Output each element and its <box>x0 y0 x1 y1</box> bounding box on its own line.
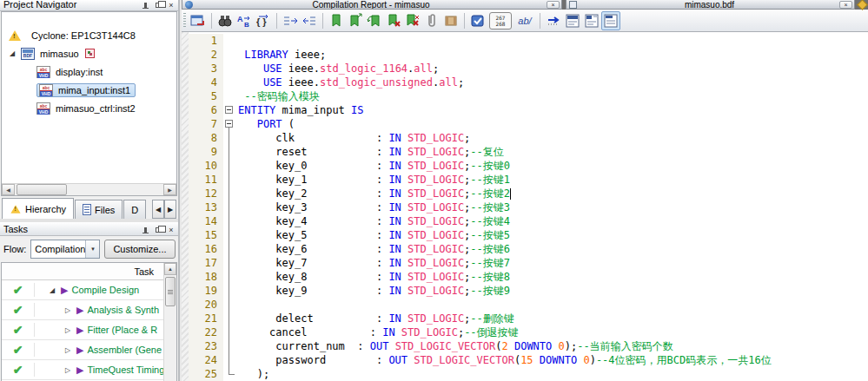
macro-icon[interactable] <box>441 11 461 30</box>
fold-marker[interactable] <box>223 103 238 117</box>
code-line[interactable]: 13 key_3 : IN STD_LOGIC;--按键3 <box>189 200 868 214</box>
float-icon[interactable] <box>153 226 163 234</box>
code-line[interactable]: 3 USE ieee.std_logic_1164.all; <box>189 62 868 76</box>
code-line[interactable]: 14 key_4 : IN STD_LOGIC;--按键4 <box>189 214 868 228</box>
code-line[interactable]: 16 key_6 : IN STD_LOGIC;--按键6 <box>189 242 868 256</box>
bookmark-toggle-icon[interactable] <box>327 11 346 30</box>
tree-row-root[interactable]: ◢ BDF mimasuo <box>2 44 176 62</box>
attach-icon[interactable] <box>422 11 441 30</box>
task-row[interactable]: ✔▷▶Analysis & Synth <box>2 300 176 320</box>
quartus-window: Project Navigator × Cyclone: EP1C3T144C8… <box>0 0 868 381</box>
code-line[interactable]: 8 clk : IN STD_LOGIC; <box>189 131 868 145</box>
bookmark-prev-icon[interactable] <box>365 11 384 30</box>
syntax-check-icon[interactable] <box>468 11 487 30</box>
line-number: 13 <box>189 200 223 214</box>
scroll-up-icon[interactable]: ▲ <box>164 263 176 275</box>
tab-files[interactable]: Files <box>75 200 123 219</box>
close-icon[interactable]: × <box>166 226 176 234</box>
task-row[interactable]: ✔▷▶Fitter (Place & R <box>2 320 176 340</box>
line-count-icon[interactable]: 267 268 <box>487 11 514 30</box>
code-line[interactable]: 25 ); <box>189 367 868 381</box>
fold-marker <box>223 214 238 228</box>
task-row[interactable]: ✔▷▶Assembler (Gene <box>2 340 176 360</box>
code-line[interactable]: 20 <box>189 298 868 312</box>
outdent-icon[interactable] <box>300 11 319 30</box>
open-in-main-window-icon[interactable] <box>189 11 208 30</box>
bookmark-delete-icon[interactable] <box>384 11 403 30</box>
code-line[interactable]: 10 key_0 : IN STD_LOGIC;--按键0 <box>189 159 868 173</box>
lowercase-icon[interactable]: ab/ <box>514 11 536 30</box>
code-line[interactable]: 9 reset : IN STD_LOGIC;--复位 <box>189 145 868 159</box>
find-icon[interactable] <box>215 11 235 30</box>
code-line[interactable]: 6ENTITY mima_input IS <box>189 103 868 117</box>
code-line[interactable]: 17 key_7 : IN STD_LOGIC;--按键7 <box>189 256 868 270</box>
code-line[interactable]: 7 PORT ( <box>189 117 868 131</box>
code-line[interactable]: 22 cancel : IN STD_LOGIC;--倒退按键 <box>189 325 868 339</box>
flow-label: Flow: <box>3 244 26 254</box>
code-line[interactable]: 21 delect : IN STD_LOGIC;--删除键 <box>189 312 868 325</box>
expand-icon[interactable]: ▷ <box>63 326 73 334</box>
match-delimiter-icon[interactable]: { } <box>254 11 273 30</box>
goto-line-icon[interactable] <box>544 11 563 30</box>
code-editor[interactable]: 12 LIBRARY ieee;3 USE ieee.std_logic_116… <box>182 32 868 381</box>
code-line[interactable]: 18 key_8 : IN STD_LOGIC;--按键8 <box>189 270 868 284</box>
close-icon[interactable]: × <box>166 1 176 10</box>
tree-horizontal-scrollbar[interactable]: ◀ ▶ <box>2 183 176 195</box>
close-icon[interactable]: × <box>839 1 852 9</box>
doc-view-2-icon[interactable] <box>582 11 601 30</box>
window-mimasuo-bdf[interactable]: mimasuo.bdf × <box>566 0 855 10</box>
float-icon[interactable] <box>153 1 163 10</box>
doc-view-1-icon[interactable] <box>563 11 582 30</box>
tabs-scroll-left-icon[interactable]: ◀ <box>152 200 164 219</box>
code-text: clk : IN STD_LOGIC; <box>238 131 470 145</box>
bookmark-next-icon[interactable] <box>346 11 365 30</box>
tree-row-device[interactable]: Cyclone: EP1C3T144C8 <box>2 26 176 44</box>
fold-marker <box>223 131 238 145</box>
customize-button[interactable]: Customize... <box>104 240 175 259</box>
fold-marker <box>223 159 238 173</box>
expand-icon[interactable]: ◢ <box>7 49 17 57</box>
pin-icon[interactable] <box>140 226 150 234</box>
window-compilation-report[interactable]: Compilation Report - mimasuo × <box>182 0 562 10</box>
code-line[interactable]: 2 LIBRARY ieee; <box>189 48 868 62</box>
expand-icon[interactable]: ▷ <box>63 346 73 354</box>
tab-hierarchy[interactable]: Hierarchy <box>2 198 74 219</box>
tabs-scroll-right-icon[interactable]: ▶ <box>164 200 176 219</box>
toolbar-grip[interactable] <box>183 13 186 29</box>
tab-design-units[interactable]: D <box>123 200 146 219</box>
code-line[interactable]: 5 --密码输入模块 <box>189 89 868 103</box>
code-line[interactable]: 19 key_9 : IN STD_LOGIC;--按键9 <box>189 284 868 298</box>
tree-row-display[interactable]: abcVHD display:inst <box>2 62 176 81</box>
instance-label: display:inst <box>53 66 105 78</box>
code-line[interactable]: 11 key_1 : IN STD_LOGIC;--按键1 <box>189 173 868 187</box>
task-table-header[interactable]: Task <box>2 263 176 280</box>
replace-icon[interactable]: AB <box>235 11 254 30</box>
expand-icon[interactable]: ▷ <box>63 366 73 374</box>
indent-icon[interactable] <box>281 11 300 30</box>
collapse-icon[interactable]: ◢ <box>47 286 57 294</box>
doc-view-3-icon[interactable] <box>601 11 620 30</box>
line-number: 14 <box>189 214 223 228</box>
code-line[interactable]: 15 key_5 : IN STD_LOGIC;--按键5 <box>189 228 868 242</box>
pin-icon[interactable] <box>140 1 150 10</box>
code-line[interactable]: 1 <box>189 34 868 48</box>
code-line[interactable]: 12 key_2 : IN STD_LOGIC;--按键2 <box>189 187 868 200</box>
scroll-left-icon[interactable]: ◀ <box>2 184 15 195</box>
check-icon: ✔ <box>13 303 23 317</box>
task-vertical-scrollbar[interactable]: ▲ <box>163 263 176 381</box>
tree-row-mima-input[interactable]: abcVHD mima_input:inst1 <box>2 81 176 99</box>
expand-icon[interactable]: ▷ <box>63 306 73 314</box>
flow-select[interactable]: Compilation ▼ <box>30 240 100 259</box>
code-line[interactable]: 23 current_num : OUT STD_LOGIC_VECTOR(2 … <box>189 339 868 353</box>
scrollbar-thumb[interactable] <box>165 277 176 306</box>
close-icon[interactable]: × <box>547 1 560 9</box>
task-row[interactable]: ✔▷▶TimeQuest Timing <box>2 360 176 380</box>
bookmark-delete-all-icon[interactable] <box>403 11 422 30</box>
code-line[interactable]: 4 USE ieee.std_logic_unsigned.all; <box>189 76 868 89</box>
scroll-right-icon[interactable]: ▶ <box>163 184 176 195</box>
scrollbar-thumb[interactable] <box>17 184 67 195</box>
fold-marker[interactable] <box>223 117 238 131</box>
task-row[interactable]: ✔◢▶Compile Design <box>2 280 176 300</box>
tree-row-mimasuo-ctrl[interactable]: abcVHD mimasuo_ctrl:inst2 <box>2 99 176 117</box>
code-line[interactable]: 24 password : OUT STD_LOGIC_VECTOR(15 DO… <box>189 353 868 367</box>
